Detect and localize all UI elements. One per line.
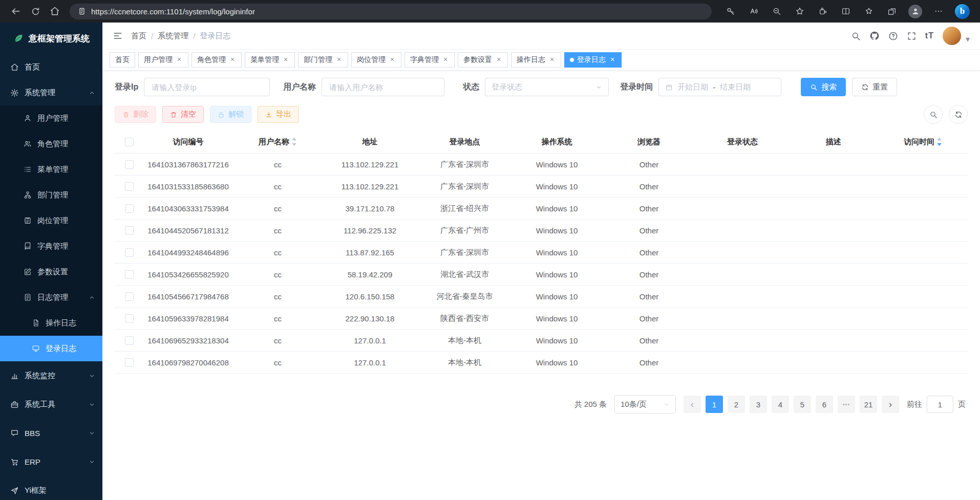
table-row[interactable]: 1641043063331753984 cc 39.171.210.78 浙江省… [115, 198, 968, 220]
tab-login-log[interactable]: 登录日志× [564, 52, 622, 68]
app-logo[interactable]: 意框架管理系统 [0, 23, 102, 54]
close-icon[interactable]: × [282, 56, 289, 63]
address-bar[interactable]: https://ccnetcore.com:1101/system/log/lo… [70, 4, 712, 19]
row-checkbox[interactable] [125, 358, 134, 367]
close-icon[interactable]: × [229, 56, 236, 63]
sort-icon[interactable] [291, 137, 297, 147]
back-icon[interactable] [6, 3, 26, 20]
page-button-2[interactable]: 2 [728, 396, 745, 413]
key-icon[interactable] [724, 5, 737, 18]
page-info-icon[interactable] [78, 7, 86, 15]
row-checkbox[interactable] [125, 182, 134, 191]
page-button-1[interactable]: 1 [706, 396, 723, 413]
zoom-out-icon[interactable] [770, 5, 783, 18]
row-checkbox[interactable] [125, 160, 134, 169]
sort-icon[interactable] [936, 137, 942, 147]
goto-page-input[interactable] [927, 396, 953, 413]
table-row[interactable]: 1641053426655825920 cc 58.19.42.209 湖北省-… [115, 264, 968, 286]
row-checkbox[interactable] [125, 314, 134, 323]
close-icon[interactable]: × [389, 56, 396, 63]
table-row[interactable]: 1641054566717984768 cc 120.6.150.158 河北省… [115, 286, 968, 308]
export-button[interactable]: 导出 [258, 106, 299, 123]
font-size-icon[interactable]: tT [925, 31, 934, 40]
sidebar-item-erp[interactable]: ERP [0, 447, 102, 476]
table-row[interactable]: 1641044993248464896 cc 113.87.92.165 广东省… [115, 242, 968, 264]
table-row[interactable]: 1641031367863177216 cc 113.102.129.221 广… [115, 154, 968, 176]
read-aloud-icon[interactable] [747, 5, 760, 18]
breadcrumb-system-management[interactable]: 系统管理 [158, 31, 188, 41]
sidebar-item-dept-management[interactable]: 部门管理 [0, 182, 102, 208]
sidebar-item-login-log[interactable]: 登录日志 [0, 336, 102, 361]
tab-dept-management[interactable]: 部门管理× [298, 52, 348, 68]
user-name-input[interactable] [322, 78, 444, 96]
home-icon[interactable] [45, 3, 65, 20]
help-icon[interactable] [888, 31, 898, 41]
search-button[interactable]: 搜索 [801, 78, 846, 96]
sidebar-item-system-monitor[interactable]: 系统监控 [0, 361, 102, 390]
breadcrumb-home[interactable]: 首页 [131, 31, 146, 41]
table-row[interactable]: 1641059633978281984 cc 222.90.130.18 陕西省… [115, 308, 968, 330]
unlock-button[interactable]: 解锁 [210, 106, 251, 123]
page-size-select[interactable]: 10条/页 [614, 395, 676, 414]
split-screen-icon[interactable] [839, 5, 853, 18]
close-icon[interactable]: × [176, 56, 183, 63]
more-pages-button[interactable]: ••• [838, 396, 855, 413]
toggle-search-button[interactable] [924, 105, 943, 124]
table-row[interactable]: 1641069652933218304 cc 127.0.0.1 本地-本机 W… [115, 330, 968, 352]
close-icon[interactable]: × [442, 56, 449, 63]
sidebar-item-system-management[interactable]: 系统管理 [0, 80, 102, 105]
clear-button[interactable]: 清空 [162, 106, 204, 123]
sidebar-item-role-management[interactable]: 角色管理 [0, 131, 102, 157]
close-icon[interactable]: × [548, 56, 556, 63]
page-button-6[interactable]: 6 [816, 396, 833, 413]
page-button-21[interactable]: 21 [860, 396, 877, 413]
delete-button[interactable]: 删除 [115, 106, 156, 123]
tab-dict-management[interactable]: 字典管理× [404, 52, 455, 68]
more-icon[interactable] [932, 5, 945, 18]
github-icon[interactable] [869, 31, 880, 41]
page-button-5[interactable]: 5 [794, 396, 811, 413]
row-checkbox[interactable] [125, 226, 134, 235]
search-icon[interactable] [851, 31, 861, 41]
tab-operation-log[interactable]: 操作日志× [511, 52, 561, 68]
date-range-picker[interactable]: 开始日期 - 结束日期 [658, 78, 781, 96]
tab-user-management[interactable]: 用户管理× [138, 52, 188, 68]
tab-post-management[interactable]: 岗位管理× [351, 52, 401, 68]
refresh-icon[interactable] [26, 3, 45, 20]
sidebar-item-user-management[interactable]: 用户管理 [0, 105, 102, 131]
collections-icon[interactable] [885, 5, 899, 18]
next-page-button[interactable]: › [882, 396, 899, 413]
status-select[interactable]: 登录状态 [485, 78, 609, 96]
user-name-field[interactable] [328, 82, 438, 92]
sidebar-item-yi-framework[interactable]: Yi框架 [0, 476, 102, 500]
close-icon[interactable]: × [335, 56, 343, 63]
tab-param-settings[interactable]: 参数设置× [458, 52, 508, 68]
tab-menu-management[interactable]: 菜单管理× [245, 52, 295, 68]
favorites-bar-icon[interactable] [862, 5, 876, 18]
row-checkbox[interactable] [125, 204, 134, 213]
extensions-icon[interactable] [816, 5, 829, 18]
table-row[interactable]: 1641044520567181312 cc 112.96.225.132 广东… [115, 220, 968, 242]
prev-page-button[interactable]: ‹ [684, 396, 701, 413]
row-checkbox[interactable] [125, 270, 134, 279]
profile-icon[interactable] [908, 5, 922, 18]
column-user-name[interactable]: 用户名称 [233, 131, 323, 154]
sidebar-item-dict-management[interactable]: 字典管理 [0, 233, 102, 259]
close-icon[interactable]: × [495, 56, 502, 63]
fullscreen-icon[interactable] [907, 31, 917, 41]
page-button-4[interactable]: 4 [772, 396, 789, 413]
sidebar-item-system-tools[interactable]: 系统工具 [0, 390, 102, 419]
sidebar-item-param-settings[interactable]: 参数设置 [0, 259, 102, 285]
refresh-table-button[interactable] [949, 105, 968, 124]
sidebar-item-post-management[interactable]: 岗位管理 [0, 208, 102, 233]
sidebar-fold-icon[interactable] [113, 31, 123, 41]
sidebar-item-home[interactable]: 首页 [0, 54, 102, 80]
row-checkbox[interactable] [125, 336, 134, 345]
login-ip-field[interactable] [151, 82, 263, 92]
favorites-icon[interactable] [793, 5, 806, 18]
sidebar-item-operation-log[interactable]: 操作日志 [0, 310, 102, 336]
row-checkbox[interactable] [125, 292, 134, 301]
select-all-checkbox[interactable] [125, 138, 134, 146]
tab-home[interactable]: 首页 [110, 52, 135, 68]
tab-role-management[interactable]: 角色管理× [191, 52, 242, 68]
